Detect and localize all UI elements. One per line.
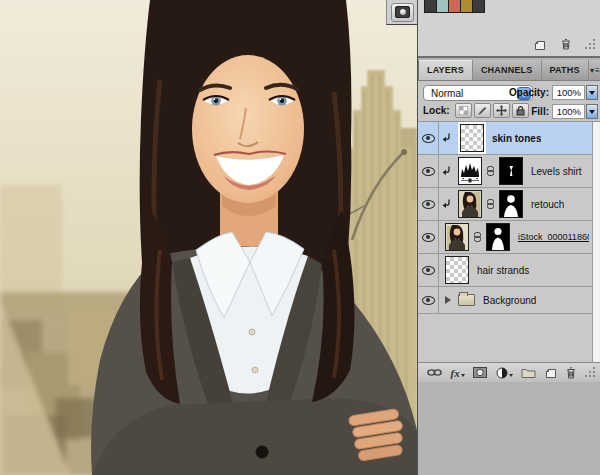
swatch-color[interactable] <box>449 0 460 12</box>
visibility-toggle[interactable] <box>418 122 439 154</box>
panel-resize-grip[interactable] <box>586 368 595 377</box>
visibility-toggle[interactable] <box>418 221 439 253</box>
swatches-panel-bottom-bar <box>534 36 595 52</box>
mask-link-icon <box>484 199 496 209</box>
move-icon <box>496 105 507 116</box>
adjustment-layer-icon <box>496 367 508 379</box>
layer-thumbnail[interactable] <box>445 256 469 284</box>
scrollbar-track[interactable] <box>592 122 600 362</box>
fx-icon: fx <box>451 367 460 379</box>
lock-label: Lock: <box>423 105 450 116</box>
fill-label: Fill: <box>531 106 549 117</box>
layer-thumbnail[interactable] <box>458 190 482 218</box>
adjustment-layer-thumbnail[interactable] <box>458 157 482 185</box>
layer-name[interactable]: iStock_000011860998... <box>518 232 589 242</box>
eye-icon <box>422 266 435 275</box>
layer-thumbnail[interactable] <box>445 223 469 251</box>
eye-icon <box>422 134 435 143</box>
eye-icon <box>422 167 435 176</box>
tab-layers[interactable]: LAYERS <box>418 60 473 80</box>
expand-triangle-icon[interactable] <box>445 296 451 304</box>
layer-mask-thumbnail[interactable] <box>499 157 523 185</box>
photo-canvas[interactable] <box>0 0 417 475</box>
swatch-color[interactable] <box>473 0 484 12</box>
panel-resize-grip[interactable] <box>586 40 595 49</box>
masks-panel-button[interactable] <box>391 3 414 22</box>
mask-link-icon <box>471 232 483 242</box>
collapsed-panel-dock <box>386 0 417 25</box>
lock-all-button[interactable] <box>512 103 529 118</box>
layer-name[interactable]: skin tones <box>492 133 541 144</box>
visibility-toggle[interactable] <box>418 155 439 187</box>
clipping-mask-arrow-icon <box>439 133 454 144</box>
new-layer-button[interactable] <box>545 365 557 381</box>
tab-paths[interactable]: PATHS <box>542 60 589 80</box>
photoshop-window: LAYERS CHANNELS PATHS ▾≡ Normal Opacity:… <box>0 0 600 475</box>
layer-mask-thumbnail[interactable] <box>499 190 523 218</box>
layer-name[interactable]: hair strands <box>477 265 529 276</box>
eye-icon <box>422 296 435 305</box>
blend-mode-value: Normal <box>424 88 517 99</box>
layer-mask-thumbnail[interactable] <box>486 223 510 251</box>
layer-name[interactable]: Background <box>483 295 536 306</box>
mask-link-icon <box>484 166 496 176</box>
swatch-color[interactable] <box>461 0 472 12</box>
tab-channels[interactable]: CHANNELS <box>473 60 542 80</box>
lock-pixels-button[interactable] <box>474 103 491 118</box>
group-folder-icon <box>458 294 475 306</box>
eye-icon <box>422 233 435 242</box>
new-layer-icon <box>545 367 557 378</box>
photo-illustration <box>0 0 417 475</box>
eye-icon <box>422 200 435 209</box>
layer-style-button[interactable]: fx <box>451 365 465 381</box>
layer-row-istock[interactable]: iStock_000011860998... <box>418 221 600 254</box>
panel-menu-icon[interactable]: ▾≡ <box>589 60 600 80</box>
layer-name[interactable]: retouch <box>531 199 564 210</box>
add-layer-mask-button[interactable] <box>473 365 487 381</box>
visibility-toggle[interactable] <box>418 287 439 313</box>
link-icon <box>427 368 442 377</box>
layers-panel-bottom-bar: fx <box>418 362 600 382</box>
visibility-toggle[interactable] <box>418 254 439 286</box>
panel-dock: LAYERS CHANNELS PATHS ▾≡ Normal Opacity:… <box>417 0 600 475</box>
fill-input[interactable]: 100% <box>552 104 585 119</box>
swatch-strip[interactable] <box>424 0 485 13</box>
padlock-icon <box>515 105 526 116</box>
new-group-button[interactable] <box>521 365 536 381</box>
trash-icon <box>565 366 577 379</box>
layers-panel-controls: Normal Opacity: 100% Lock: <box>418 81 600 122</box>
layer-thumbnail[interactable] <box>460 124 484 152</box>
lock-position-button[interactable] <box>493 103 510 118</box>
new-group-icon <box>521 367 536 378</box>
layers-list: skin tones Levels shirt <box>418 122 600 362</box>
delete-layer-button[interactable] <box>565 365 577 381</box>
layer-row-retouch[interactable]: retouch <box>418 188 600 221</box>
lock-transparency-button[interactable] <box>455 103 472 118</box>
layer-row-hair-strands[interactable]: hair strands <box>418 254 600 287</box>
layer-mask-icon <box>473 367 487 378</box>
opacity-dropdown-button[interactable] <box>586 85 598 100</box>
masks-panel-icon <box>395 6 410 18</box>
swatch-color[interactable] <box>425 0 436 12</box>
layer-row-levels-shirt[interactable]: Levels shirt <box>418 155 600 188</box>
swatches-panel <box>418 0 600 58</box>
link-layers-button[interactable] <box>427 365 442 381</box>
panel-tab-bar: LAYERS CHANNELS PATHS ▾≡ <box>418 60 600 81</box>
new-adjustment-layer-button[interactable] <box>496 365 513 381</box>
clipping-mask-arrow-icon <box>439 166 454 177</box>
brush-icon <box>477 106 487 116</box>
lock-transparency-icon <box>459 106 468 115</box>
opacity-input[interactable]: 100% <box>552 85 585 100</box>
swatch-color[interactable] <box>437 0 448 12</box>
delete-swatch-button[interactable] <box>560 36 572 52</box>
opacity-label: Opacity: <box>509 87 549 98</box>
visibility-toggle[interactable] <box>418 188 439 220</box>
layers-panel: LAYERS CHANNELS PATHS ▾≡ Normal Opacity:… <box>418 60 600 382</box>
new-swatch-button[interactable] <box>534 36 546 52</box>
layer-row-background-group[interactable]: Background <box>418 287 600 314</box>
layer-name[interactable]: Levels shirt <box>531 166 582 177</box>
clipping-mask-arrow-icon <box>439 199 454 210</box>
layer-row-skin-tones[interactable]: skin tones <box>418 122 600 155</box>
fill-dropdown-button[interactable] <box>586 104 598 119</box>
